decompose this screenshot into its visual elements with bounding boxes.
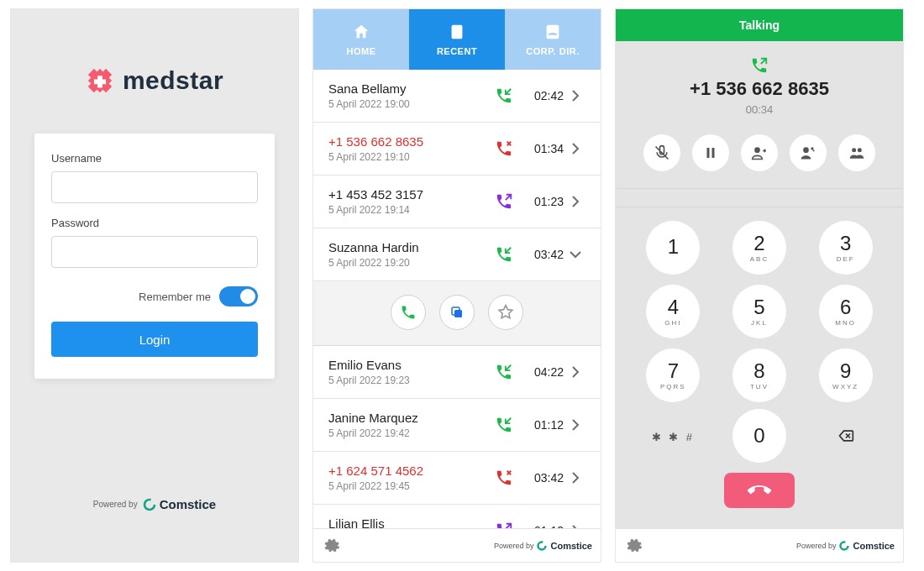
password-input[interactable] xyxy=(51,236,258,268)
key-letters: TUV xyxy=(750,383,769,390)
tab-recent-label: RECENT xyxy=(437,46,477,56)
call-row[interactable]: Suzanna Hardin 5 April 2022 19:20 03:42 xyxy=(313,228,601,281)
call-row[interactable]: Lilian Ellis 5 April 2019 19:00 01:12 xyxy=(313,505,601,528)
key-9[interactable]: 9WXYZ xyxy=(819,348,873,402)
key-number: 5 xyxy=(753,297,764,317)
consult-button[interactable] xyxy=(790,134,827,171)
mute-button[interactable] xyxy=(643,134,680,171)
call-title: Lilian Ellis xyxy=(328,516,493,528)
call-title: Janine Marquez xyxy=(328,411,493,425)
login-button[interactable]: Login xyxy=(51,322,258,357)
username-label: Username xyxy=(51,152,258,165)
svg-point-7 xyxy=(803,147,809,153)
remember-toggle[interactable] xyxy=(219,286,258,306)
powered-by-text: Powered by xyxy=(93,500,138,509)
call-title: Sana Bellamy xyxy=(328,81,493,96)
chevron-right-icon[interactable] xyxy=(564,418,587,432)
call-duration: 03:42 xyxy=(520,471,564,485)
outgoing-call-icon xyxy=(493,192,515,211)
svg-point-8 xyxy=(811,147,813,149)
missed-call-icon xyxy=(493,139,515,158)
key-5[interactable]: 5JKL xyxy=(732,285,786,338)
footer-bar: Powered by Comstice xyxy=(313,528,601,562)
footer-bar: Powered by Comstice xyxy=(616,528,903,562)
key-number: 7 xyxy=(668,361,679,381)
username-input[interactable] xyxy=(51,171,258,203)
call-timer: 00:34 xyxy=(746,103,774,116)
svg-point-0 xyxy=(144,500,155,510)
tab-home[interactable]: HOME xyxy=(313,9,409,70)
svg-point-10 xyxy=(852,148,856,152)
call-actions xyxy=(643,134,875,171)
key-2[interactable]: 2ABC xyxy=(732,221,786,275)
hangup-button[interactable] xyxy=(724,473,795,508)
call-row[interactable]: +1 536 662 8635 5 April 2022 19:10 01:34 xyxy=(313,123,601,175)
settings-icon[interactable] xyxy=(322,537,340,555)
settings-icon[interactable] xyxy=(624,537,643,555)
favorite-button[interactable] xyxy=(488,295,523,330)
hold-button[interactable] xyxy=(692,134,729,171)
footer-powered: Powered by Comstice xyxy=(494,541,592,551)
svg-point-6 xyxy=(754,147,760,153)
call-row[interactable]: +1 624 571 4562 5 April 2022 19:45 03:42 xyxy=(313,452,601,505)
call-screen: Talking +1 536 662 8635 00:34 12ABC3DEF4… xyxy=(615,8,904,563)
key-number: 1 xyxy=(668,237,679,257)
brand-logo: medstar xyxy=(11,66,298,95)
incoming-call-icon xyxy=(493,363,515,381)
key-3[interactable]: 3DEF xyxy=(819,221,873,275)
incoming-call-icon xyxy=(493,245,515,264)
call-row[interactable]: Sana Bellamy 5 April 2022 19:00 02:42 xyxy=(313,70,601,123)
callback-button[interactable] xyxy=(391,295,426,330)
call-row[interactable]: Emilio Evans 5 April 2022 19:23 04:22 xyxy=(313,346,601,399)
key-4[interactable]: 4GHI xyxy=(646,285,700,338)
key-backspace[interactable] xyxy=(819,409,873,463)
call-duration: 01:23 xyxy=(520,195,564,208)
copy-button[interactable] xyxy=(439,295,475,330)
key-letters: MNO xyxy=(835,319,856,327)
incoming-call-icon xyxy=(493,416,515,434)
outgoing-call-icon xyxy=(493,521,515,528)
incoming-call-icon xyxy=(493,86,515,105)
login-screen: medstar Username Password Remember me Lo… xyxy=(10,8,299,563)
key-8[interactable]: 8TUV xyxy=(732,348,786,402)
call-list: Sana Bellamy 5 April 2022 19:00 02:42 +1… xyxy=(313,70,601,528)
call-duration: 04:22 xyxy=(520,365,564,379)
call-timestamp: 5 April 2022 19:10 xyxy=(328,151,493,163)
tab-corp-dir[interactable]: CORP. DIR. xyxy=(505,9,601,70)
password-label: Password xyxy=(51,217,258,229)
key-0[interactable]: 0 xyxy=(732,409,786,463)
comstice-icon xyxy=(537,541,547,551)
call-row[interactable]: +1 453 452 3157 5 April 2022 19:14 01:23 xyxy=(313,175,601,228)
key-1[interactable]: 1 xyxy=(646,221,700,275)
chevron-right-icon[interactable] xyxy=(564,365,587,379)
tab-corp-label: CORP. DIR. xyxy=(526,46,579,56)
call-row-actions xyxy=(313,281,601,346)
key-number: 9 xyxy=(840,361,851,381)
svg-point-11 xyxy=(858,148,862,152)
key-star[interactable]: ✱ ✱ # xyxy=(646,409,700,463)
tab-recent[interactable]: RECENT xyxy=(409,9,505,70)
chevron-down-icon[interactable] xyxy=(564,250,587,259)
key-number: 4 xyxy=(668,297,679,317)
key-letters: ABC xyxy=(750,255,769,263)
chevron-right-icon[interactable] xyxy=(564,89,587,102)
key-letters: DEF xyxy=(837,255,855,263)
comstice-logo: Comstice xyxy=(143,497,217,511)
call-title: +1 453 452 3157 xyxy=(328,187,493,202)
chevron-right-icon[interactable] xyxy=(564,195,587,208)
chevron-right-icon[interactable] xyxy=(564,471,587,485)
call-duration: 01:34 xyxy=(520,142,564,155)
key-number: 2 xyxy=(753,233,764,254)
remember-label: Remember me xyxy=(139,291,211,303)
conference-button[interactable] xyxy=(838,134,875,171)
key-7[interactable]: 7PQRS xyxy=(646,348,700,402)
top-tabs: HOME RECENT CORP. DIR. xyxy=(313,9,601,70)
chevron-right-icon[interactable] xyxy=(564,142,587,155)
key-6[interactable]: 6MNO xyxy=(819,285,873,338)
directory-icon xyxy=(543,23,562,41)
tab-home-label: HOME xyxy=(347,46,376,56)
transfer-button[interactable] xyxy=(741,134,778,171)
key-letters: GHI xyxy=(664,319,681,327)
call-row[interactable]: Janine Marquez 5 April 2022 19:42 01:12 xyxy=(313,399,601,452)
call-info: +1 536 662 8635 00:34 xyxy=(616,41,903,189)
